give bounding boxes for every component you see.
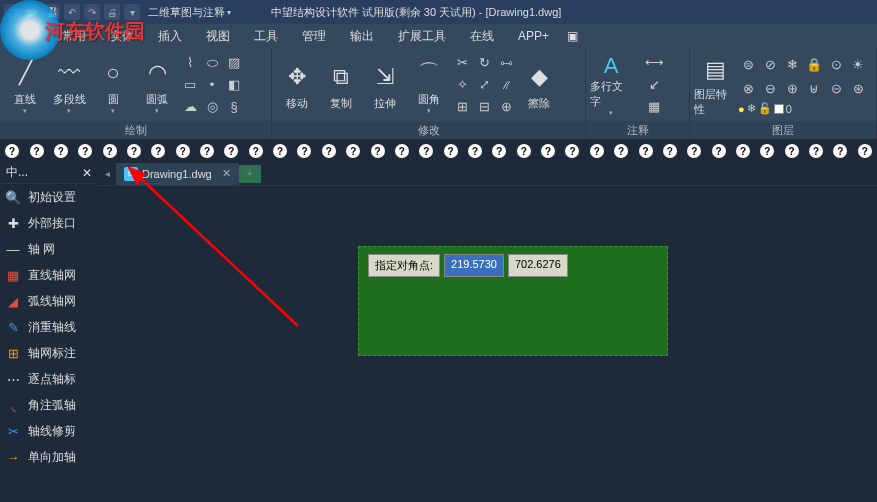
panel-tab-unknown[interactable]: ?: [51, 142, 71, 160]
panel-tab-unknown[interactable]: ?: [26, 142, 46, 160]
layer-lock-icon[interactable]: 🔒: [804, 54, 824, 74]
explode-icon[interactable]: ✧: [452, 75, 472, 95]
join-icon[interactable]: ⊕: [496, 97, 516, 117]
drawing-canvas[interactable]: 指定对角点: 219.5730 702.6276: [98, 186, 877, 502]
layer-del-icon[interactable]: ⊝: [826, 78, 846, 98]
line-button[interactable]: ╱直线▾: [4, 53, 46, 117]
menu-expand-icon[interactable]: ▣: [561, 25, 584, 47]
mtext-button[interactable]: A多行文字▾: [590, 53, 632, 117]
layer-state-icon[interactable]: ⊛: [848, 78, 868, 98]
point-icon[interactable]: •: [202, 75, 222, 95]
stretch-button[interactable]: ⇲拉伸: [364, 53, 406, 117]
panel-tab-unknown[interactable]: ?: [221, 142, 241, 160]
panel-tab-unknown[interactable]: ?: [148, 142, 168, 160]
move-button[interactable]: ✥移动: [276, 53, 318, 117]
panel-tab-unknown[interactable]: ?: [830, 142, 850, 160]
menu-view[interactable]: 视图: [194, 24, 242, 49]
layer-match-icon[interactable]: ⊗: [738, 78, 758, 98]
table-icon[interactable]: ▦: [634, 97, 674, 117]
document-tab[interactable]: D Drawing1.dwg ✕: [116, 163, 239, 185]
layer-freeze-icon[interactable]: ❄: [782, 54, 802, 74]
layer-props-button[interactable]: ▤图层特性: [694, 53, 736, 117]
tab-prev-icon[interactable]: ◂: [98, 165, 116, 183]
panel-tab-unknown[interactable]: ?: [684, 142, 704, 160]
circle-button[interactable]: ○圆▾: [92, 53, 134, 117]
panel-tab-unknown[interactable]: ?: [855, 142, 875, 160]
layer-off-icon[interactable]: ⊘: [760, 54, 780, 74]
rotate-icon[interactable]: ↻: [474, 53, 494, 73]
layer-merge-icon[interactable]: ⊎: [804, 78, 824, 98]
panel-tab-unknown[interactable]: ?: [173, 142, 193, 160]
sidebar-item-7[interactable]: ⋯逐点轴标: [0, 366, 98, 392]
panel-tab-unknown[interactable]: ?: [270, 142, 290, 160]
sidebar-item-3[interactable]: ▦直线轴网: [0, 262, 98, 288]
sidebar-item-4[interactable]: ◢弧线轴网: [0, 288, 98, 314]
panel-tab-unknown[interactable]: ?: [806, 142, 826, 160]
ellipse-icon[interactable]: ⬭: [202, 53, 222, 73]
panel-tab-unknown[interactable]: ?: [587, 142, 607, 160]
panel-tab-unknown[interactable]: ?: [660, 142, 680, 160]
arc-button[interactable]: ◠圆弧▾: [136, 53, 178, 117]
leader-icon[interactable]: ↙: [634, 75, 674, 95]
layer-on-icon[interactable]: ⊙: [826, 54, 846, 74]
layer-walk-icon[interactable]: ⊕: [782, 78, 802, 98]
copy-button[interactable]: ⧉复制: [320, 53, 362, 117]
panel-tab-unknown[interactable]: ?: [124, 142, 144, 160]
helix-icon[interactable]: §: [224, 97, 244, 117]
scale-icon[interactable]: ⤢: [474, 75, 494, 95]
panel-tab-unknown[interactable]: ?: [489, 142, 509, 160]
array-icon[interactable]: ⊞: [452, 97, 472, 117]
revcloud-icon[interactable]: ☁: [180, 97, 200, 117]
tab-close-icon[interactable]: ✕: [222, 167, 231, 180]
region-icon[interactable]: ◧: [224, 75, 244, 95]
tab-new-icon[interactable]: +: [239, 165, 261, 183]
panel-tab-unknown[interactable]: ?: [782, 142, 802, 160]
panel-tab-unknown[interactable]: ?: [635, 142, 655, 160]
panel-tab-unknown[interactable]: ?: [2, 142, 22, 160]
mirror-icon[interactable]: ⧟: [496, 53, 516, 73]
fillet-button[interactable]: ⌒圆角▾: [408, 53, 450, 117]
polyline-button[interactable]: 〰多段线▾: [48, 53, 90, 117]
donut-icon[interactable]: ◎: [202, 97, 222, 117]
sidebar-item-6[interactable]: ⊞轴网标注: [0, 340, 98, 366]
panel-tab-unknown[interactable]: ?: [465, 142, 485, 160]
menu-online[interactable]: 在线: [458, 24, 506, 49]
trim-icon[interactable]: ✂: [452, 53, 472, 73]
panel-tab-unknown[interactable]: ?: [440, 142, 460, 160]
panel-tab-unknown[interactable]: ?: [75, 142, 95, 160]
layer-prev-icon[interactable]: ⊖: [760, 78, 780, 98]
sidebar-item-1[interactable]: ✚外部接口: [0, 210, 98, 236]
panel-tab-unknown[interactable]: ?: [99, 142, 119, 160]
menu-tools[interactable]: 工具: [242, 24, 290, 49]
menu-manage[interactable]: 管理: [290, 24, 338, 49]
layer-selector[interactable]: ●❄🔓 0: [738, 102, 868, 115]
workspace-selector[interactable]: 二维草图与注释: [148, 5, 225, 20]
panel-tab-unknown[interactable]: ?: [757, 142, 777, 160]
panel-tab-unknown[interactable]: ?: [197, 142, 217, 160]
sidebar-item-2[interactable]: —轴 网: [0, 236, 98, 262]
panel-tab-unknown[interactable]: ?: [319, 142, 339, 160]
panel-tab-unknown[interactable]: ?: [708, 142, 728, 160]
panel-tab-unknown[interactable]: ?: [294, 142, 314, 160]
hatch-icon[interactable]: ▨: [224, 53, 244, 73]
sidebar-item-10[interactable]: →单向加轴: [0, 444, 98, 470]
rect-icon[interactable]: ▭: [180, 75, 200, 95]
offset-icon[interactable]: ⫽: [496, 75, 516, 95]
panel-tab-unknown[interactable]: ?: [416, 142, 436, 160]
panel-tab-unknown[interactable]: ?: [246, 142, 266, 160]
panel-tab-unknown[interactable]: ?: [367, 142, 387, 160]
dim-linear-icon[interactable]: ⟷: [634, 53, 674, 73]
panel-tab-unknown[interactable]: ?: [611, 142, 631, 160]
panel-tab-unknown[interactable]: ?: [514, 142, 534, 160]
menu-ext[interactable]: 扩展工具: [386, 24, 458, 49]
menu-insert[interactable]: 插入: [146, 24, 194, 49]
panel-tab-unknown[interactable]: ?: [733, 142, 753, 160]
panel-tab-unknown[interactable]: ?: [392, 142, 412, 160]
menu-output[interactable]: 输出: [338, 24, 386, 49]
panel-tab-unknown[interactable]: ?: [538, 142, 558, 160]
sidebar-item-9[interactable]: ✂轴线修剪: [0, 418, 98, 444]
panel-tab-unknown[interactable]: ?: [562, 142, 582, 160]
sidebar-item-0[interactable]: 🔍初始设置: [0, 184, 98, 210]
panel-tab-unknown[interactable]: ?: [343, 142, 363, 160]
sidebar-item-5[interactable]: ✎消重轴线: [0, 314, 98, 340]
